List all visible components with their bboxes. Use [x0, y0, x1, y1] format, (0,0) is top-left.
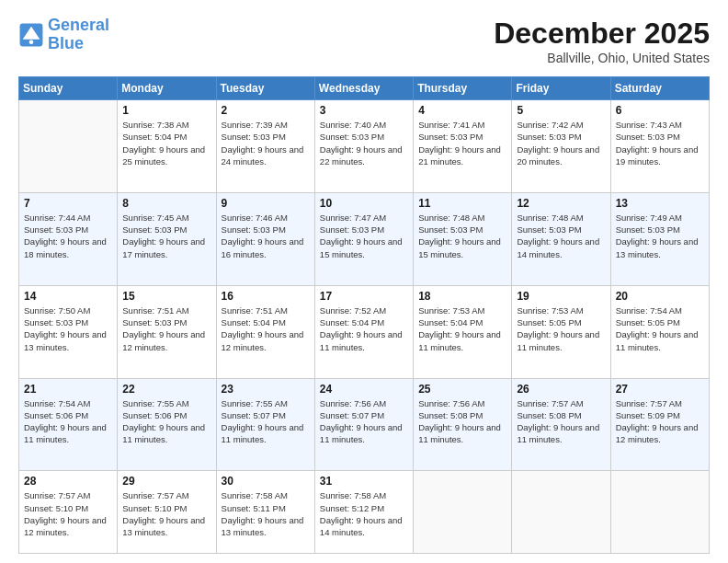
month-title: December 2025: [494, 17, 710, 51]
title-block: December 2025 Ballville, Ohio, United St…: [494, 17, 710, 65]
calendar-cell: 4Sunrise: 7:41 AMSunset: 5:03 PMDaylight…: [414, 100, 512, 193]
calendar-cell: [512, 471, 610, 554]
calendar-cell: 10Sunrise: 7:47 AMSunset: 5:03 PMDayligh…: [314, 192, 413, 285]
calendar-cell: 5Sunrise: 7:42 AMSunset: 5:03 PMDaylight…: [512, 100, 610, 193]
calendar-week-row: 1Sunrise: 7:38 AMSunset: 5:04 PMDaylight…: [19, 100, 710, 193]
calendar-cell: 15Sunrise: 7:51 AMSunset: 5:03 PMDayligh…: [118, 285, 216, 378]
calendar-cell: 2Sunrise: 7:39 AMSunset: 5:03 PMDaylight…: [216, 100, 314, 193]
calendar-cell: 12Sunrise: 7:48 AMSunset: 5:03 PMDayligh…: [512, 192, 610, 285]
logo-text: General Blue: [48, 17, 109, 53]
day-info: Sunrise: 7:44 AMSunset: 5:03 PMDaylight:…: [24, 212, 112, 260]
day-info: Sunrise: 7:57 AMSunset: 5:10 PMDaylight:…: [24, 489, 112, 538]
day-info: Sunrise: 7:47 AMSunset: 5:03 PMDaylight:…: [320, 212, 408, 260]
day-number: 7: [24, 197, 112, 210]
day-number: 11: [418, 197, 506, 210]
day-number: 6: [616, 104, 704, 117]
calendar-cell: 29Sunrise: 7:57 AMSunset: 5:10 PMDayligh…: [118, 471, 216, 554]
calendar-cell: 23Sunrise: 7:55 AMSunset: 5:07 PMDayligh…: [216, 378, 314, 471]
calendar-cell: [19, 100, 118, 193]
day-of-week-header: Friday: [512, 77, 610, 100]
calendar-week-row: 21Sunrise: 7:54 AMSunset: 5:06 PMDayligh…: [19, 378, 710, 471]
day-number: 23: [222, 383, 310, 396]
calendar-cell: 7Sunrise: 7:44 AMSunset: 5:03 PMDaylight…: [19, 192, 118, 285]
day-of-week-header: Wednesday: [314, 77, 413, 100]
header: General Blue December 2025 Ballville, Oh…: [18, 17, 710, 65]
calendar-week-row: 7Sunrise: 7:44 AMSunset: 5:03 PMDaylight…: [19, 192, 710, 285]
calendar-cell: 18Sunrise: 7:53 AMSunset: 5:04 PMDayligh…: [414, 285, 512, 378]
calendar-cell: 25Sunrise: 7:56 AMSunset: 5:08 PMDayligh…: [414, 378, 512, 471]
day-number: 20: [616, 290, 704, 303]
day-info: Sunrise: 7:48 AMSunset: 5:03 PMDaylight:…: [418, 212, 506, 260]
calendar-cell: 6Sunrise: 7:43 AMSunset: 5:03 PMDaylight…: [610, 100, 709, 193]
day-info: Sunrise: 7:51 AMSunset: 5:04 PMDaylight:…: [222, 304, 310, 353]
calendar-cell: 21Sunrise: 7:54 AMSunset: 5:06 PMDayligh…: [19, 378, 118, 471]
day-info: Sunrise: 7:55 AMSunset: 5:06 PMDaylight:…: [122, 397, 210, 446]
day-number: 2: [222, 104, 310, 117]
day-number: 17: [320, 290, 408, 303]
day-number: 25: [418, 383, 506, 396]
header-row: SundayMondayTuesdayWednesdayThursdayFrid…: [19, 77, 710, 100]
day-info: Sunrise: 7:51 AMSunset: 5:03 PMDaylight:…: [122, 304, 210, 353]
calendar-cell: 20Sunrise: 7:54 AMSunset: 5:05 PMDayligh…: [610, 285, 709, 378]
calendar-cell: 3Sunrise: 7:40 AMSunset: 5:03 PMDaylight…: [314, 100, 413, 193]
logo: General Blue: [18, 17, 109, 53]
calendar-cell: 24Sunrise: 7:56 AMSunset: 5:07 PMDayligh…: [314, 378, 413, 471]
calendar-cell: [610, 471, 709, 554]
day-info: Sunrise: 7:57 AMSunset: 5:09 PMDaylight:…: [616, 397, 704, 446]
day-info: Sunrise: 7:50 AMSunset: 5:03 PMDaylight:…: [24, 304, 112, 353]
day-number: 24: [320, 383, 408, 396]
day-number: 19: [517, 290, 605, 303]
day-info: Sunrise: 7:39 AMSunset: 5:03 PMDaylight:…: [222, 119, 310, 167]
calendar-cell: 22Sunrise: 7:55 AMSunset: 5:06 PMDayligh…: [118, 378, 216, 471]
day-number: 12: [517, 197, 605, 210]
calendar-cell: 13Sunrise: 7:49 AMSunset: 5:03 PMDayligh…: [610, 192, 709, 285]
day-number: 8: [122, 197, 210, 210]
day-number: 13: [616, 197, 704, 210]
day-number: 26: [517, 383, 605, 396]
calendar-cell: 28Sunrise: 7:57 AMSunset: 5:10 PMDayligh…: [19, 471, 118, 554]
day-info: Sunrise: 7:57 AMSunset: 5:10 PMDaylight:…: [122, 489, 210, 538]
day-number: 29: [122, 475, 210, 488]
day-of-week-header: Sunday: [19, 77, 118, 100]
day-info: Sunrise: 7:55 AMSunset: 5:07 PMDaylight:…: [222, 397, 310, 446]
calendar-cell: 14Sunrise: 7:50 AMSunset: 5:03 PMDayligh…: [19, 285, 118, 378]
day-info: Sunrise: 7:41 AMSunset: 5:03 PMDaylight:…: [418, 119, 506, 167]
calendar-cell: 17Sunrise: 7:52 AMSunset: 5:04 PMDayligh…: [314, 285, 413, 378]
day-number: 27: [616, 383, 704, 396]
day-info: Sunrise: 7:42 AMSunset: 5:03 PMDaylight:…: [517, 119, 605, 167]
day-info: Sunrise: 7:38 AMSunset: 5:04 PMDaylight:…: [122, 119, 210, 167]
calendar-cell: 27Sunrise: 7:57 AMSunset: 5:09 PMDayligh…: [610, 378, 709, 471]
day-number: 28: [24, 475, 112, 488]
logo-general: General: [48, 16, 109, 34]
day-number: 18: [418, 290, 506, 303]
day-info: Sunrise: 7:57 AMSunset: 5:08 PMDaylight:…: [517, 397, 605, 446]
day-info: Sunrise: 7:56 AMSunset: 5:07 PMDaylight:…: [320, 397, 408, 446]
logo-blue: Blue: [48, 34, 84, 52]
calendar-cell: 1Sunrise: 7:38 AMSunset: 5:04 PMDaylight…: [118, 100, 216, 193]
day-info: Sunrise: 7:46 AMSunset: 5:03 PMDaylight:…: [222, 212, 310, 260]
day-number: 14: [24, 290, 112, 303]
day-number: 16: [222, 290, 310, 303]
calendar-cell: 19Sunrise: 7:53 AMSunset: 5:05 PMDayligh…: [512, 285, 610, 378]
day-info: Sunrise: 7:54 AMSunset: 5:05 PMDaylight:…: [616, 304, 704, 353]
day-info: Sunrise: 7:58 AMSunset: 5:12 PMDaylight:…: [320, 489, 408, 538]
day-of-week-header: Monday: [118, 77, 216, 100]
calendar-week-row: 14Sunrise: 7:50 AMSunset: 5:03 PMDayligh…: [19, 285, 710, 378]
calendar-cell: 9Sunrise: 7:46 AMSunset: 5:03 PMDaylight…: [216, 192, 314, 285]
day-info: Sunrise: 7:49 AMSunset: 5:03 PMDaylight:…: [616, 212, 704, 260]
day-of-week-header: Thursday: [414, 77, 512, 100]
day-info: Sunrise: 7:53 AMSunset: 5:05 PMDaylight:…: [517, 304, 605, 353]
day-info: Sunrise: 7:52 AMSunset: 5:04 PMDaylight:…: [320, 304, 408, 353]
calendar-cell: 11Sunrise: 7:48 AMSunset: 5:03 PMDayligh…: [414, 192, 512, 285]
day-info: Sunrise: 7:45 AMSunset: 5:03 PMDaylight:…: [122, 212, 210, 260]
page: General Blue December 2025 Ballville, Oh…: [0, 0, 728, 563]
calendar-table: SundayMondayTuesdayWednesdayThursdayFrid…: [18, 76, 710, 554]
calendar-week-row: 28Sunrise: 7:57 AMSunset: 5:10 PMDayligh…: [19, 471, 710, 554]
day-info: Sunrise: 7:58 AMSunset: 5:11 PMDaylight:…: [222, 489, 310, 538]
day-number: 9: [222, 197, 310, 210]
calendar-cell: 30Sunrise: 7:58 AMSunset: 5:11 PMDayligh…: [216, 471, 314, 554]
day-info: Sunrise: 7:54 AMSunset: 5:06 PMDaylight:…: [24, 397, 112, 446]
location: Ballville, Ohio, United States: [494, 51, 710, 65]
day-of-week-header: Saturday: [610, 77, 709, 100]
day-number: 22: [122, 383, 210, 396]
